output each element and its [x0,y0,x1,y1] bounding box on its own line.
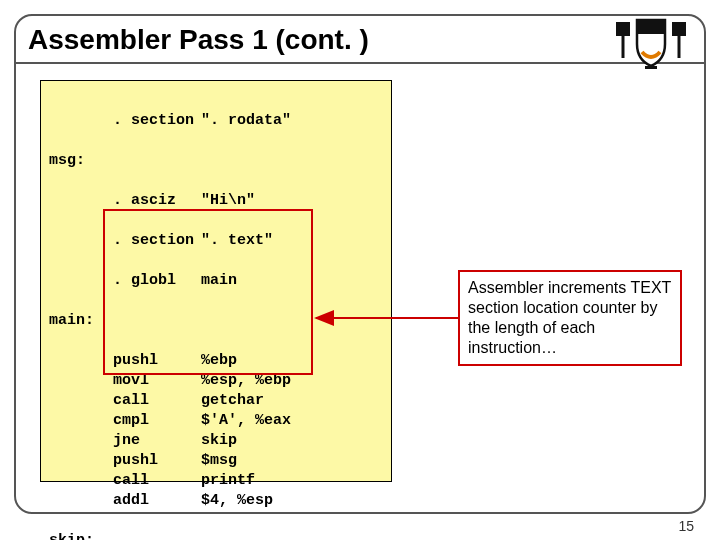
operands: %ebp [201,351,237,371]
assembly-listing: . section". rodata" msg: . asciz"Hi\n" .… [41,81,391,540]
label-main: main: [49,311,105,331]
mnemonic: addl [113,491,201,511]
directive: . globl [113,271,201,291]
annotation-box: Assembler increments TEXT section locati… [458,270,682,366]
operands: $msg [201,451,237,471]
svg-rect-0 [616,22,630,36]
mnemonic: jne [113,431,201,451]
directive-arg: "Hi\n" [201,191,255,211]
directive-arg: ". rodata" [201,111,291,131]
operands: $4, %esp [201,491,273,511]
operands: %esp, %ebp [201,371,291,391]
directive: . asciz [113,191,201,211]
svg-rect-4 [645,66,657,69]
svg-rect-1 [672,22,686,36]
instruction-row: addl$4, %esp [49,491,383,511]
instruction-row: pushl%ebp [49,351,383,371]
code-panel: . section". rodata" msg: . asciz"Hi\n" .… [40,80,392,482]
page-title: Assembler Pass 1 (cont. ) [28,24,369,56]
shield-icon [616,14,686,70]
logo [616,14,686,70]
annotation-text: Assembler increments TEXT section locati… [468,279,671,356]
instruction-row: movl%esp, %ebp [49,371,383,391]
page-number: 15 [678,518,694,534]
mnemonic: pushl [113,451,201,471]
label-msg: msg: [49,151,105,171]
instruction-row: cmpl$'A', %eax [49,411,383,431]
directive-arg: main [201,271,237,291]
operands: printf [201,471,255,491]
label-skip: skip: [49,531,105,540]
mnemonic: pushl [113,351,201,371]
mnemonic: call [113,471,201,491]
mnemonic: call [113,391,201,411]
mnemonic: cmpl [113,411,201,431]
operands: $'A', %eax [201,411,291,431]
instruction-row: callgetchar [49,391,383,411]
instruction-row: callprintf [49,471,383,491]
directive: . section [113,231,201,251]
instruction-row: pushl$msg [49,451,383,471]
operands: getchar [201,391,264,411]
instruction-row: jneskip [49,431,383,451]
title-underline [16,62,704,64]
directive: . section [113,111,201,131]
directive-arg: ". text" [201,231,273,251]
mnemonic: movl [113,371,201,391]
operands: skip [201,431,237,451]
